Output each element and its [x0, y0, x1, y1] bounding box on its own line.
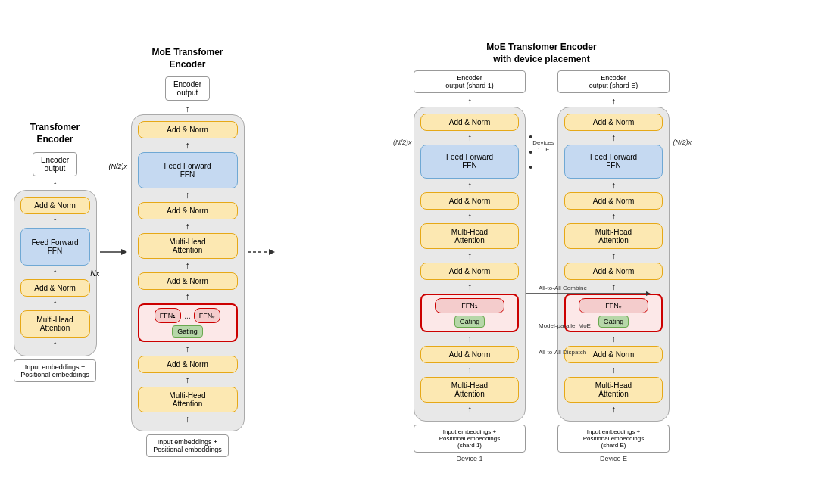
section2-title: MoE Transfomer Encoder [151, 47, 223, 70]
s2-input-box: Input embeddings + Positional embeddings [146, 434, 229, 457]
d1-ffn1: FFN₁ [435, 298, 504, 313]
d1-add-norm-mid: Add & Norm [420, 192, 519, 210]
s2-add-norm-moe: Add & Norm [138, 272, 238, 290]
s2-ffn-row: FFN₁ ... FFNₑ [155, 308, 220, 323]
dE-input: Input embeddings + Positional embeddings… [557, 425, 670, 453]
s1-arrow-1: ↑ [53, 216, 58, 226]
s2-attention-bot: Multi-Head Attention [138, 387, 238, 412]
s1-add-norm-1: Add & Norm [20, 197, 90, 214]
d1-output: Encoder output (shard 1) [414, 70, 526, 93]
dE-add-norm-mid: Add & Norm [564, 192, 663, 210]
dE-attention-bot: Multi-Head Attention [564, 377, 663, 403]
dE-attention-top: Multi-Head Attention [564, 223, 663, 249]
dE-add-norm-top: Add & Norm [564, 114, 663, 131]
device1-col: Encoder output (shard 1) ↑ (N/2)x Add & … [414, 70, 526, 462]
s2-add-norm-bot: Add & Norm [138, 356, 238, 373]
dE-ffnE: FFNₑ [579, 298, 648, 313]
s2-add-norm-mid: Add & Norm [138, 202, 238, 219]
arrow-2 [246, 244, 276, 260]
dE-add-norm-bot: Add & Norm [564, 346, 663, 363]
section-moe-device: MoE Transfomer Encoder with device place… [276, 42, 807, 462]
s2-ffn1: FFN₁ [155, 308, 182, 323]
d1-moe-group: FFN₁ Gating [420, 294, 519, 332]
s1-arrow-4: ↑ [53, 340, 58, 349]
dot3: • [529, 161, 532, 173]
s1-add-norm-2: Add & Norm [20, 279, 90, 297]
diagram-container: Transfomer Encoder Encoder output ↑ Nx A… [0, 0, 818, 504]
s2-ffnE: FFNₑ [194, 308, 221, 323]
dE-gating: Gating [598, 316, 629, 328]
s1-input-box: Input embeddings + Positional embeddings [14, 359, 96, 382]
s1-arrow-2: ↑ [53, 268, 58, 277]
s1-encoder-block: Nx Add & Norm ↑ Feed Forward FFN ↑ Add &… [14, 190, 97, 356]
svg-marker-1 [121, 249, 127, 255]
s2-arrow-top: ↑ [186, 104, 190, 114]
deviceE-col: Encoder output (shard E) ↑ (N/2)x Add & … [557, 70, 670, 462]
d1-block: (N/2)x Add & Norm ↑ Feed Forward FFN ↑ A… [414, 107, 526, 422]
d1-add-norm-top: Add & Norm [420, 114, 519, 131]
section-moe-encoder: MoE Transfomer Encoder Encoder output ↑ … [129, 47, 246, 457]
dots-col: • • • Devices 1...E [530, 70, 553, 173]
s2-ffn: Feed Forward FFN [138, 152, 238, 188]
d1-nx: (N/2)x [393, 138, 412, 146]
s2-add-norm-top: Add & Norm [138, 121, 238, 138]
s1-output-box: Encoder output [33, 152, 77, 176]
dE-nx: (N/2)x [673, 138, 692, 146]
s2-attention-top: Multi-Head Attention [138, 233, 238, 259]
s1-attention: Multi-Head Attention [20, 310, 90, 338]
d1-attention-bot: Multi-Head Attention [420, 377, 519, 403]
arrow-1 [98, 244, 129, 260]
s2-gating: Gating [172, 325, 203, 338]
d1-add-norm-moe: Add & Norm [420, 263, 519, 280]
s1-nx-label: Nx [90, 269, 99, 277]
d1-input: Input embeddings + Positional embeddings… [414, 425, 526, 453]
s2-dots: ... [184, 312, 190, 320]
dE-ffn: Feed Forward FFN [564, 145, 663, 179]
section3-title: MoE Transfomer Encoder with device place… [486, 42, 596, 65]
section1-title: Transfomer Encoder [30, 122, 80, 145]
d1-ffn: Feed Forward FFN [420, 145, 519, 179]
dE-moe-group: FFNₑ Gating [564, 294, 663, 332]
d1-label: Device 1 [456, 455, 482, 462]
dE-add-norm-moe: Add & Norm [564, 263, 663, 280]
s1-arrow-3: ↑ [53, 299, 58, 308]
d1-gating: Gating [454, 316, 485, 328]
s2-nx-label: (N/2)x [109, 163, 128, 170]
section-transformer-encoder: Transfomer Encoder Encoder output ↑ Nx A… [11, 122, 98, 381]
s1-arrow-top: ↑ [53, 180, 58, 189]
svg-marker-3 [269, 249, 275, 255]
dE-output: Encoder output (shard E) [557, 70, 670, 93]
dE-label: Device E [600, 455, 627, 462]
devices-label: Devices 1...E [532, 139, 554, 153]
s2-moe-group: FFN₁ ... FFNₑ Gating [138, 303, 238, 342]
d1-attention-top: Multi-Head Attention [420, 223, 519, 249]
s2-output-box: Encoder output [165, 76, 210, 101]
s2-encoder-block: (N/2)x Add & Norm ↑ Feed Forward FFN ↑ A… [131, 114, 245, 431]
s1-ffn: Feed Forward FFN [20, 228, 90, 266]
d1-add-norm-bot: Add & Norm [420, 346, 519, 363]
dE-block: (N/2)x Add & Norm ↑ Feed Forward FFN ↑ A… [557, 107, 670, 422]
